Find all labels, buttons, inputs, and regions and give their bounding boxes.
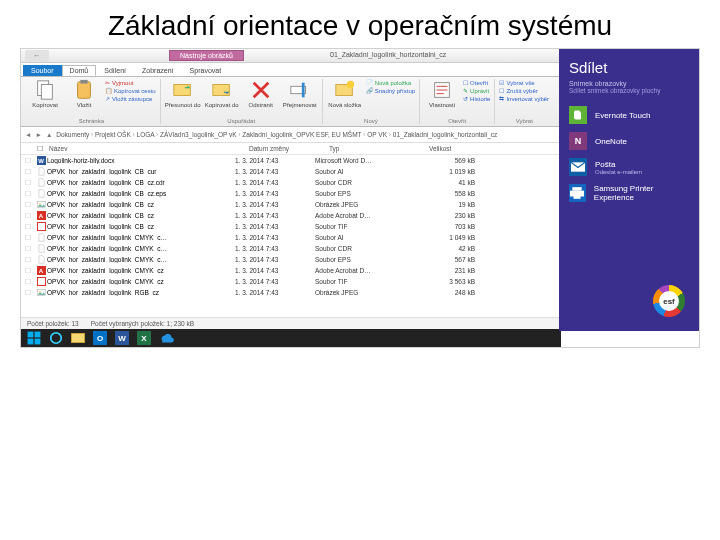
charm-app-evernote[interactable]: Evernote Touch (569, 106, 689, 124)
row-checkbox[interactable]: ☐ (25, 168, 35, 176)
move-to-button[interactable]: Přesunout do (165, 79, 201, 108)
charm-app-printer[interactable]: Samsung Printer Experience (569, 184, 689, 202)
copy-icon (34, 79, 56, 101)
file-row[interactable]: ☐AOPVK_hor_zakladni_logolink_CB_cz1. 3. … (21, 210, 561, 221)
file-date: 1. 3. 2014 7:43 (235, 201, 315, 208)
row-checkbox[interactable]: ☐ (25, 278, 35, 286)
nav-back-icon[interactable]: ◄ (25, 131, 31, 138)
edit-button[interactable]: ✎Upravit (463, 87, 490, 94)
copy-button[interactable]: Kopírovat (27, 79, 63, 108)
row-checkbox[interactable]: ☐ (25, 190, 35, 198)
back-button[interactable]: ← (25, 50, 49, 62)
file-row[interactable]: ☐OPVK_hor_zakladni_logolink_CMYK_cz1. 3.… (21, 276, 561, 287)
file-row[interactable]: ☐WLogolink-horiz-bily.docx1. 3. 2014 7:4… (21, 155, 561, 166)
file-row[interactable]: ☐OPVK_hor_zakladni_logolink_CMYK_c…1. 3.… (21, 254, 561, 265)
select-all-button[interactable]: ☑Vybrat vše (499, 79, 549, 86)
properties-button[interactable]: Vlastnosti (424, 79, 460, 108)
row-checkbox[interactable]: ☐ (25, 157, 35, 165)
row-checkbox[interactable]: ☐ (25, 234, 35, 242)
ribbon-group-clipboard: Kopírovat Vložit ✂Vyjmout 📋Kopírovat ces… (25, 79, 161, 124)
file-row[interactable]: ☐AOPVK_hor_zakladni_logolink_CMYK_cz1. 3… (21, 265, 561, 276)
cut-button[interactable]: ✂Vyjmout (105, 79, 156, 86)
taskbar: O W X (21, 329, 561, 347)
row-checkbox[interactable]: ☐ (25, 179, 35, 187)
file-size: 42 kB (415, 245, 475, 252)
file-date: 1. 3. 2014 7:43 (235, 212, 315, 219)
charm-app-onenote[interactable]: NOneNote (569, 132, 689, 150)
file-date: 1. 3. 2014 7:43 (235, 168, 315, 175)
file-icon (35, 233, 47, 243)
open-button[interactable]: ☐Otevřít (463, 79, 490, 86)
paste-icon (73, 79, 95, 101)
file-date: 1. 3. 2014 7:43 (235, 267, 315, 274)
invert-select-button[interactable]: ⇆Invertovat výběr (499, 95, 549, 102)
paste-button[interactable]: Vložit (66, 79, 102, 108)
address-bar[interactable]: ◄ ► ▲ Dokumenty › Projekt OŠK › LOGA › Z… (21, 127, 561, 143)
file-row[interactable]: ☐OPVK_hor_zakladni_logolink_CB_cur1. 3. … (21, 166, 561, 177)
tab-manage[interactable]: Spravovat (182, 65, 230, 76)
svg-rect-7 (302, 83, 305, 98)
new-folder-button[interactable]: Nová složka (327, 79, 363, 108)
tab-share[interactable]: Sdílení (96, 65, 134, 76)
file-size: 567 kB (415, 256, 475, 263)
nav-up-icon[interactable]: ▲ (46, 131, 52, 138)
col-date[interactable]: Datum změny (249, 145, 329, 152)
file-row[interactable]: ☐OPVK_hor_zakladni_logolink_CB_cz.cdr1. … (21, 177, 561, 188)
group-label-clipboard: Schránka (27, 118, 156, 124)
file-size: 569 kB (415, 157, 475, 164)
col-type[interactable]: Typ (329, 145, 429, 152)
col-name[interactable]: Název (49, 145, 249, 152)
taskbar-ie-icon[interactable] (47, 331, 65, 345)
copy-path-button[interactable]: 📋Kopírovat cestu (105, 87, 156, 94)
taskbar-explorer-icon[interactable] (69, 331, 87, 345)
file-row[interactable]: ☐OPVK_hor_zakladni_logolink_RGB_cz1. 3. … (21, 287, 561, 298)
file-icon (35, 277, 47, 287)
taskbar-outlook-icon[interactable]: O (91, 331, 109, 345)
tab-home[interactable]: Domů (62, 65, 97, 76)
tab-file[interactable]: Soubor (23, 65, 62, 76)
mail-icon (569, 158, 587, 176)
select-none-button[interactable]: ☐Zrušit výběr (499, 87, 549, 94)
ribbon-group-open: Vlastnosti ☐Otevřít ✎Upravit ↺Historie O… (422, 79, 495, 124)
file-row[interactable]: ☐OPVK_hor_zakladni_logolink_CB_cz1. 3. 2… (21, 199, 561, 210)
charm-app-label: Evernote Touch (595, 111, 650, 120)
tab-view[interactable]: Zobrazení (134, 65, 182, 76)
row-checkbox[interactable]: ☐ (25, 289, 35, 297)
file-row[interactable]: ☐OPVK_hor_zakladni_logolink_CMYK_c…1. 3.… (21, 232, 561, 243)
nav-forward-icon[interactable]: ► (35, 131, 41, 138)
paste-shortcut-button[interactable]: ↗Vložit zástupce (105, 95, 156, 102)
file-icon (35, 244, 47, 254)
file-row[interactable]: ☐OPVK_hor_zakladni_logolink_CB_cz.eps1. … (21, 188, 561, 199)
delete-button[interactable]: Odstranit (243, 79, 279, 108)
row-checkbox[interactable]: ☐ (25, 256, 35, 264)
column-headers[interactable]: ☐ Název Datum změny Typ Velikost (21, 143, 561, 155)
charm-app-mail[interactable]: PoštaOdeslat e-mailem (569, 158, 689, 176)
svg-point-9 (347, 81, 354, 88)
copy-to-button[interactable]: Kopírovat do (204, 79, 240, 108)
edit-icon: ✎ (463, 87, 468, 94)
col-size[interactable]: Velikost (429, 145, 489, 152)
row-checkbox[interactable]: ☐ (25, 267, 35, 275)
taskbar-excel-icon[interactable]: X (135, 331, 153, 345)
file-row[interactable]: ☐OPVK_hor_zakladni_logolink_CMYK_c…1. 3.… (21, 243, 561, 254)
file-icon (35, 189, 47, 199)
checkbox-header[interactable]: ☐ (37, 145, 49, 153)
row-checkbox[interactable]: ☐ (25, 212, 35, 220)
start-button[interactable] (25, 331, 43, 345)
taskbar-skydrive-icon[interactable] (157, 331, 175, 345)
row-checkbox[interactable]: ☐ (25, 245, 35, 253)
taskbar-word-icon[interactable]: W (113, 331, 131, 345)
contextual-tab[interactable]: Nástroje obrázků (169, 50, 244, 61)
easy-access-button[interactable]: 🔗Snadný přístup (366, 87, 415, 94)
breadcrumb[interactable]: Dokumenty › Projekt OŠK › LOGA › ZÁVladn… (56, 131, 497, 138)
new-item-button[interactable]: 📄Nová položka (366, 79, 415, 86)
status-selected: Počet vybraných položek: 1; 230 kB (91, 320, 194, 327)
file-type: Obrázek JPEG (315, 289, 415, 296)
history-button[interactable]: ↺Historie (463, 95, 490, 102)
row-checkbox[interactable]: ☐ (25, 223, 35, 231)
row-checkbox[interactable]: ☐ (25, 201, 35, 209)
file-row[interactable]: ☐OPVK_hor_zakladni_logolink_CB_cz1. 3. 2… (21, 221, 561, 232)
charm-subtitle: Snímek obrazovky (569, 80, 689, 87)
rename-button[interactable]: Přejmenovat (282, 79, 318, 108)
easy-access-icon: 🔗 (366, 87, 373, 94)
